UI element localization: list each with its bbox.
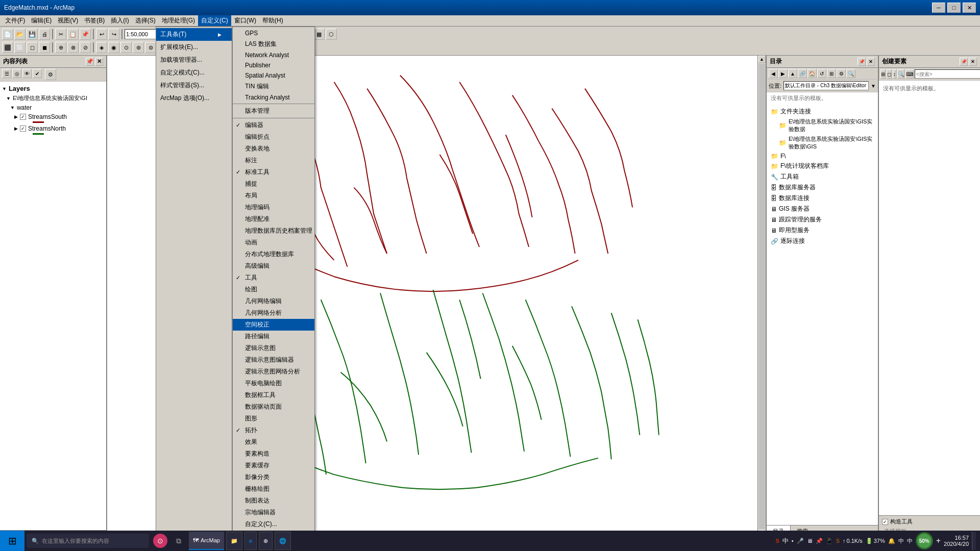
location-dropdown-arrow[interactable]: ▼ [871, 83, 876, 89]
toc-item-streamsnorth[interactable]: ▶ ✓ StreamsNorth [14, 124, 104, 133]
cortana-btn[interactable]: ⊙ [151, 532, 169, 550]
sub-shapes[interactable]: 图形 [233, 413, 314, 424]
sub-advanced[interactable]: 高级编辑 [233, 260, 314, 272]
menu-windows[interactable]: 窗口(W) [231, 15, 259, 26]
popup-uimode[interactable]: 自定义模式(C)... [156, 66, 232, 79]
sub-featuresave[interactable]: 要素缓存 [233, 460, 314, 471]
minimize-button[interactable]: ─ [932, 3, 945, 13]
taskbar-arcmap[interactable]: 🗺 ArcMap [189, 532, 224, 550]
sub-capture[interactable]: 捕捉 [233, 178, 314, 190]
taskbar-browser2[interactable]: 🌐 [275, 532, 291, 550]
cat-item-dbconn[interactable]: 🗄 数据库连接 [769, 193, 876, 204]
sub-spatial-adj[interactable]: 空间校正 [233, 319, 314, 331]
cat-item-readyservices[interactable]: 🖥 即用型服务 [769, 225, 876, 236]
tb-cut[interactable]: ✂ [55, 29, 66, 40]
cat-item-toolbox[interactable]: 🔧 工具箱 [769, 171, 876, 182]
cat-item-ea2[interactable]: 📁 E\地理信息系统实验汤国安\GIS实验数据\GIS [777, 134, 876, 152]
sub-geometricnetanalysis[interactable]: 几何网络分析 [233, 307, 314, 319]
cat-search[interactable]: 🔍 [846, 69, 855, 78]
maximize-button[interactable]: □ [947, 3, 961, 13]
tb-undo[interactable]: ↩ [96, 29, 107, 40]
cat-options[interactable]: ⚙ [837, 69, 846, 78]
sn-expand[interactable]: ▶ [14, 126, 18, 131]
tb2-4[interactable]: ◼ [39, 42, 50, 53]
tb-copy[interactable]: 📋 [67, 29, 79, 40]
vscroll-up[interactable]: ▲ [758, 56, 766, 63]
sub-datadrivenpage[interactable]: 数据驱动页面 [233, 401, 314, 413]
tb2-7[interactable]: ⊘ [80, 42, 91, 53]
create-close[interactable]: ✕ [969, 58, 977, 66]
cat-item-trackingservices[interactable]: 🖥 跟踪管理的服务 [769, 214, 876, 225]
tb2-2[interactable]: ⬜ [14, 42, 26, 53]
toc-item-water[interactable]: ▼ water [10, 103, 104, 112]
cat-item-fb[interactable]: 📁 F\统计现状客档库 [769, 161, 876, 171]
toc-pin[interactable]: 📌 [86, 58, 94, 66]
menu-select[interactable]: 选择(S) [132, 15, 159, 26]
tb2-9[interactable]: ◉ [108, 42, 119, 53]
sub-editingfold[interactable]: 编辑折点 [233, 131, 314, 143]
ss-checkbox[interactable]: ✓ [20, 114, 26, 120]
sub-editor[interactable]: 编辑器 [233, 119, 314, 131]
close-button[interactable]: ✕ [963, 3, 976, 13]
location-input[interactable] [783, 81, 869, 90]
toc-src-btn[interactable]: ◎ [12, 69, 21, 78]
percent-badge[interactable]: 50% [916, 532, 933, 549]
sub-customize[interactable]: 自定义(C)... [233, 518, 314, 530]
sub-featurebuilder[interactable]: 要素构造 [233, 448, 314, 460]
sub-publisher[interactable]: Publisher [233, 60, 314, 70]
sub-imageclassify[interactable]: 影像分类 [233, 471, 314, 483]
sub-trackinganalyst[interactable]: Tracking Analyst [233, 92, 314, 103]
start-button[interactable]: ⊞ [0, 531, 24, 551]
sub-versionmanager[interactable]: 版本管理 [233, 105, 314, 117]
cat-item-gisserver[interactable]: 🖥 GIS 服务器 [769, 204, 876, 214]
build-tools-checkbox[interactable]: ✓ [882, 519, 888, 525]
sub-effects[interactable]: 效果 [233, 436, 314, 448]
tb2-10[interactable]: ⊙ [120, 42, 132, 53]
popup-addins[interactable]: 加载项管理器... [156, 54, 232, 66]
toc-list-btn[interactable]: ☰ [2, 69, 11, 78]
menu-view[interactable]: 视图(V) [55, 15, 81, 26]
sub-gps[interactable]: GPS [233, 28, 314, 38]
cat-back[interactable]: ◀ [769, 69, 778, 78]
sub-las[interactable]: LAS 数据集 [233, 38, 314, 50]
tb2-8[interactable]: ◈ [96, 42, 107, 53]
sub-networkanalyst[interactable]: Network Analyst [233, 50, 314, 60]
cat-forward[interactable]: ▶ [778, 69, 788, 78]
sub-schematicsanalysis[interactable]: 逻辑示意图网络分析 [233, 366, 314, 378]
popup-arcmapoptions[interactable]: ArcMap 选项(O)... [156, 92, 232, 105]
create-search-input[interactable] [915, 69, 980, 79]
toc-options-btn[interactable]: ⚙ [45, 69, 56, 80]
sub-standardtools[interactable]: 标准工具 [233, 166, 314, 178]
sub-spatialanalyst[interactable]: Spatial Analyst [233, 70, 314, 81]
tb-edit4[interactable]: ⬡ [326, 29, 337, 40]
create-tb1[interactable]: ⊞ [880, 69, 886, 79]
menu-insert[interactable]: 插入(I) [108, 15, 132, 26]
menu-customize[interactable]: 自定义(C) [198, 15, 231, 26]
sub-labels[interactable]: 标注 [233, 155, 314, 166]
menu-edit[interactable]: 编辑(E) [28, 15, 55, 26]
show-desktop[interactable] [972, 532, 976, 550]
menu-bookmarks[interactable]: 书签(B) [81, 15, 108, 26]
taskbar-search[interactable]: 🔍 在这里输入你要搜索的内容 [27, 534, 149, 548]
water-expand[interactable]: ▼ [10, 105, 15, 110]
cat-item-ea1[interactable]: 📁 E\地理信息系统实验汤国安\GIS实验数据 [777, 117, 876, 134]
tb2-1[interactable]: ⬛ [2, 42, 13, 53]
sub-datatools[interactable]: 数据框工具 [233, 389, 314, 401]
tb2-6[interactable]: ⊗ [67, 42, 79, 53]
sub-flatschematics[interactable]: 平板电脑绘图 [233, 378, 314, 389]
sub-geoeditor[interactable]: 宗地编辑器 [233, 507, 314, 518]
tb-redo[interactable]: ↪ [108, 29, 119, 40]
create-search[interactable]: ⌨ [905, 69, 914, 79]
tb2-11[interactable]: ⊛ [133, 42, 144, 53]
sn-checkbox[interactable]: ✓ [20, 126, 26, 132]
create-tb4[interactable]: 🔍 [897, 69, 904, 79]
layers-expand-arrow[interactable]: ▼ [2, 86, 7, 91]
sub-geometricnet[interactable]: 几何网络编辑 [233, 295, 314, 307]
toc-vis-btn[interactable]: 👁 [22, 69, 32, 78]
tb2-5[interactable]: ⊕ [55, 42, 66, 53]
popup-stylemanager[interactable]: 样式管理器(S)... [156, 79, 232, 92]
cat-item-dbserver[interactable]: 🗄 数据库服务器 [769, 182, 876, 193]
menu-file[interactable]: 文件(F) [2, 15, 28, 26]
map-vscroll[interactable]: ▲ ▼ [757, 56, 766, 537]
cat-refresh[interactable]: ↺ [817, 69, 826, 78]
